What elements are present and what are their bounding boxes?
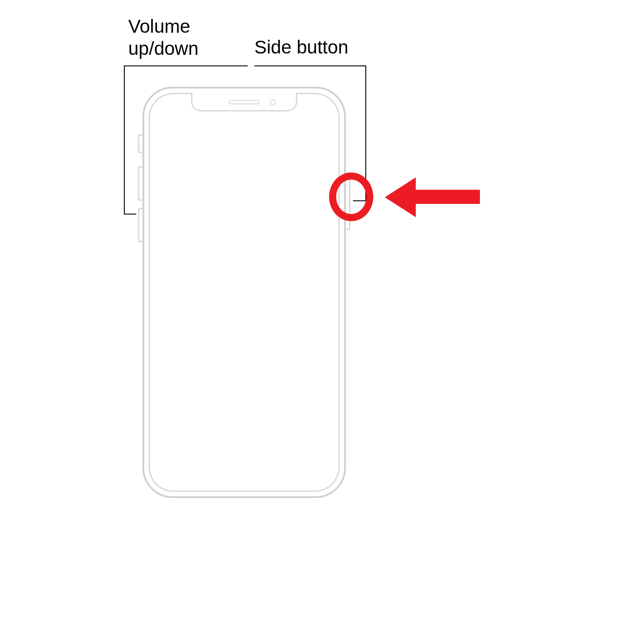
label-volume: Volume up/down <box>128 15 226 60</box>
callout-line <box>254 65 366 66</box>
arrow-shaft-icon <box>409 190 480 204</box>
callout-line <box>124 214 136 215</box>
volume-up-button-icon <box>138 166 142 201</box>
label-side: Side button <box>254 36 369 58</box>
callout-line <box>124 66 125 215</box>
mute-switch-icon <box>138 134 142 153</box>
diagram-container: Volume up/down Side button <box>0 0 644 644</box>
speaker-icon <box>229 100 260 104</box>
phone-outline <box>142 87 346 498</box>
highlight-circle-icon <box>329 172 373 221</box>
volume-down-button-icon <box>138 208 142 242</box>
phone-screen-bezel <box>149 93 340 492</box>
phone-notch <box>191 93 297 111</box>
callout-line <box>124 65 248 66</box>
camera-icon <box>270 99 276 105</box>
